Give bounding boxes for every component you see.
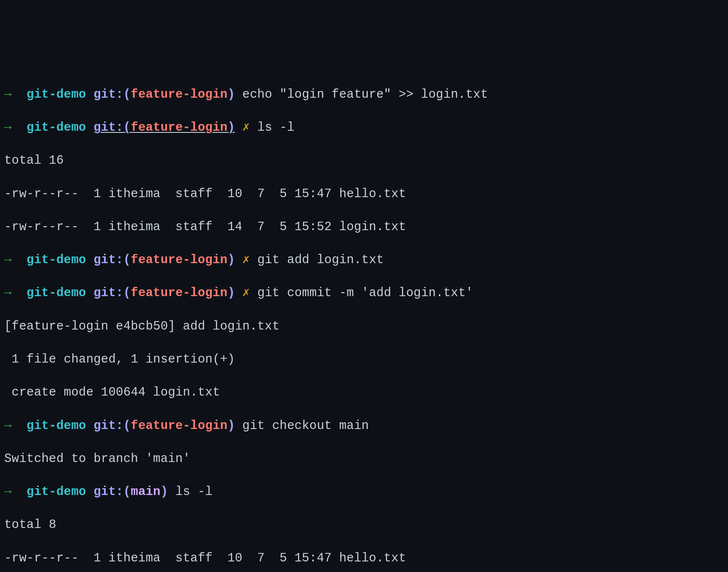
prompt-arrow-icon: →	[4, 419, 12, 433]
paren-open: (	[123, 485, 131, 499]
prompt-dir: git-demo	[27, 88, 86, 102]
output-ls-row: -rw-r--r-- 1 itheima staff 10 7 5 15:47 …	[4, 186, 724, 202]
paren-open: (	[123, 88, 131, 102]
git-label: git:	[93, 286, 123, 300]
git-label: git:	[93, 485, 123, 499]
paren-open: (	[123, 253, 131, 267]
prompt-line-5[interactable]: → git-demo git:(feature-login) git check…	[4, 418, 724, 434]
output-switched: Switched to branch 'main'	[4, 451, 724, 467]
output-commit-line: create mode 100644 login.txt	[4, 384, 724, 401]
paren-open: (	[123, 419, 131, 433]
paren-open: (	[123, 286, 131, 300]
paren-close: )	[227, 88, 235, 102]
branch-name: feature-login	[131, 121, 227, 135]
prompt-arrow-icon: →	[4, 286, 12, 300]
paren-open: (	[123, 121, 131, 135]
command-text: git add login.txt	[257, 253, 384, 267]
prompt-dir: git-demo	[27, 485, 86, 499]
command-text: ls -l	[257, 121, 295, 135]
git-label: git:	[93, 419, 123, 433]
paren-close: )	[227, 286, 235, 300]
paren-close: )	[227, 121, 235, 135]
prompt-line-1[interactable]: → git-demo git:(feature-login) echo "log…	[4, 86, 724, 103]
output-commit-line: 1 file changed, 1 insertion(+)	[4, 351, 724, 368]
prompt-line-2[interactable]: → git-demo git:(feature-login) ✗ ls -l	[4, 119, 724, 136]
paren-close: )	[161, 485, 168, 499]
command-text: git commit -m 'add login.txt'	[257, 286, 473, 300]
output-ls-row: -rw-r--r-- 1 itheima staff 10 7 5 15:47 …	[4, 550, 724, 566]
git-label: git:	[93, 253, 123, 267]
terminal-session[interactable]: → git-demo git:(feature-login) echo "log…	[4, 70, 724, 572]
dirty-mark-icon: ✗	[242, 253, 250, 267]
prompt-dir: git-demo	[27, 286, 86, 300]
output-commit-line: [feature-login e4bcb50] add login.txt	[4, 318, 724, 335]
prompt-line-3[interactable]: → git-demo git:(feature-login) ✗ git add…	[4, 252, 724, 268]
branch-name: feature-login	[131, 419, 227, 433]
paren-close: )	[227, 419, 235, 433]
paren-close: )	[227, 253, 235, 267]
prompt-arrow-icon: →	[4, 253, 12, 267]
prompt-arrow-icon: →	[4, 121, 12, 135]
branch-name: feature-login	[131, 88, 227, 102]
branch-name: feature-login	[131, 286, 227, 300]
prompt-dir: git-demo	[27, 121, 86, 135]
prompt-arrow-icon: →	[4, 88, 12, 102]
command-text: echo "login feature" >> login.txt	[242, 88, 488, 102]
prompt-dir: git-demo	[27, 253, 86, 267]
output-ls-row: -rw-r--r-- 1 itheima staff 14 7 5 15:52 …	[4, 219, 724, 235]
dirty-mark-icon: ✗	[242, 121, 250, 135]
command-text: git checkout main	[242, 419, 369, 433]
prompt-arrow-icon: →	[4, 485, 12, 499]
git-label: git:	[93, 121, 123, 135]
prompt-line-4[interactable]: → git-demo git:(feature-login) ✗ git com…	[4, 285, 724, 301]
branch-name: main	[131, 485, 160, 499]
output-ls-total: total 8	[4, 517, 724, 533]
dirty-mark-icon: ✗	[242, 286, 250, 300]
branch-name: feature-login	[131, 253, 227, 267]
git-label: git:	[93, 88, 123, 102]
command-text: ls -l	[175, 485, 213, 499]
output-ls-total: total 16	[4, 152, 724, 169]
prompt-dir: git-demo	[27, 419, 86, 433]
prompt-line-6[interactable]: → git-demo git:(main) ls -l	[4, 484, 724, 500]
